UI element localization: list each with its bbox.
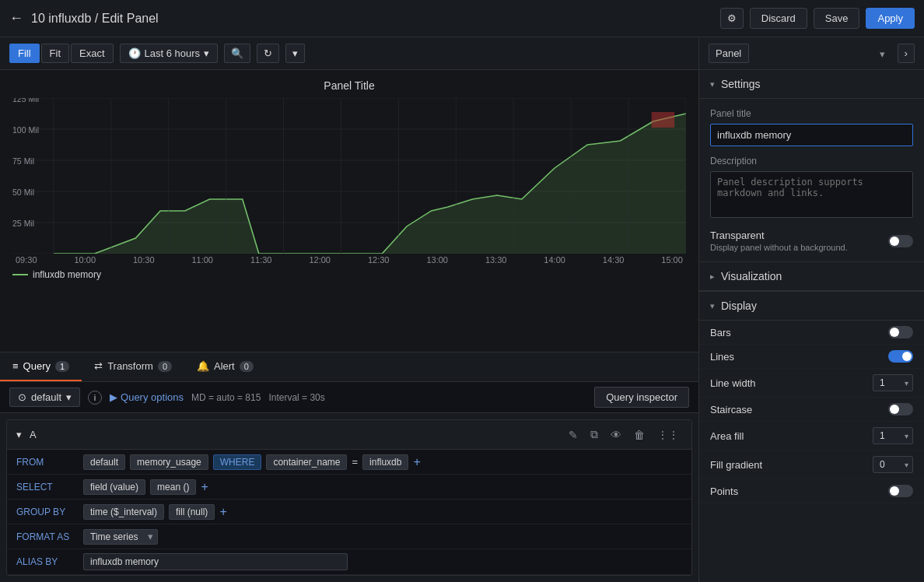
datasource-label: default	[31, 391, 61, 403]
md-label: MD = auto = 815	[191, 392, 261, 403]
tab-transform[interactable]: ⇄ Transform 0	[82, 352, 184, 381]
fit-button[interactable]: Fit	[41, 44, 69, 63]
main-layout: Fill Fit Exact 🕐 Last 6 hours ▾ 🔍 ↻ ▾ Pa…	[0, 37, 924, 582]
interval-label: Interval = 30s	[268, 392, 324, 403]
panel-type-bar: Panel ›	[699, 37, 924, 70]
tab-query[interactable]: ≡ Query 1	[0, 352, 82, 381]
zoom-out-button[interactable]: 🔍	[224, 44, 250, 63]
from-db-pill[interactable]: default	[83, 454, 125, 470]
description-label: Description	[710, 156, 913, 167]
area-fill-select[interactable]: 1 0 2	[873, 427, 913, 444]
panel-title-input[interactable]	[710, 124, 913, 146]
discard-button[interactable]: Discard	[750, 8, 807, 29]
lines-row: Lines	[699, 345, 924, 369]
save-button[interactable]: Save	[814, 8, 860, 29]
svg-text:75 Mil: 75 Mil	[12, 157, 34, 166]
x-label: 11:00	[191, 255, 213, 265]
svg-marker-11	[54, 114, 686, 254]
query-options-bar: ⊙ default ▾ i ▶ Query options MD = auto …	[0, 382, 698, 413]
format-select-wrap: Time series Table	[83, 529, 158, 545]
delete-query-button[interactable]: 🗑	[631, 426, 648, 443]
tab-alert[interactable]: 🔔 Alert 0	[184, 352, 266, 381]
group-by-label: GROUP BY	[16, 507, 79, 517]
fill-button[interactable]: Fill	[9, 44, 40, 63]
line-width-row: Line width 1 2 3	[699, 369, 924, 398]
transparent-toggle[interactable]	[888, 235, 913, 247]
tab-transform-label: Transform	[107, 360, 153, 372]
description-textarea[interactable]	[710, 171, 913, 218]
refresh-button[interactable]: ↻	[257, 44, 279, 63]
query-options-label: Query options	[121, 391, 184, 403]
format-select[interactable]: Time series Table	[83, 529, 158, 545]
bars-row: Bars	[699, 321, 924, 345]
panel-type-select[interactable]: Panel	[709, 44, 749, 63]
transparent-label: Transparent	[710, 230, 848, 241]
datasource-select[interactable]: ⊙ default ▾	[9, 387, 80, 407]
query-section-label: A	[30, 429, 37, 440]
display-caret-icon	[710, 301, 715, 311]
svg-text:25 Mil: 25 Mil	[12, 219, 34, 228]
chart-legend: influxdb memory	[12, 269, 686, 280]
where-key-pill[interactable]: container_name	[266, 454, 347, 470]
chevron-down-icon: ▾	[204, 47, 209, 59]
from-measurement-pill[interactable]: memory_usage	[130, 454, 208, 470]
expand-icon: ▶	[110, 391, 117, 403]
chart-container: 125 Mil 100 Mil 75 Mil 50 Mil 25 Mil	[12, 98, 686, 254]
fill-gradient-select-wrap: 0 1	[873, 456, 913, 473]
bars-label: Bars	[710, 327, 888, 338]
alias-by-input[interactable]	[83, 553, 348, 570]
fill-gradient-select[interactable]: 0 1	[873, 456, 913, 473]
line-width-select[interactable]: 1 2 3	[873, 374, 913, 391]
datasource-icon: ⊙	[18, 391, 26, 403]
query-inspector-button[interactable]: Query inspector	[594, 387, 689, 408]
points-row: Points	[699, 479, 924, 503]
drag-handle[interactable]: ⋮⋮	[654, 426, 682, 443]
where-value-pill[interactable]: influxdb	[362, 454, 408, 470]
settings-icon-button[interactable]: ⚙	[720, 8, 744, 29]
svg-rect-12	[652, 112, 675, 128]
legend-label: influxdb memory	[33, 269, 101, 280]
toggle-visibility-button[interactable]: 👁	[607, 426, 625, 443]
x-label: 14:00	[544, 255, 565, 265]
copy-query-button[interactable]: ⧉	[587, 426, 601, 443]
expand-panel-button[interactable]: ›	[898, 44, 915, 63]
chart-title: Panel Title	[12, 79, 686, 92]
lines-toggle[interactable]	[888, 350, 913, 363]
display-section-header[interactable]: Display	[699, 292, 924, 321]
lines-label: Lines	[710, 351, 888, 363]
fill-fit-buttons: Fill Fit Exact	[9, 44, 114, 63]
settings-section-header[interactable]: Settings	[699, 70, 924, 99]
add-select-button[interactable]: +	[201, 480, 208, 494]
chart-svg: 125 Mil 100 Mil 75 Mil 50 Mil 25 Mil	[12, 98, 686, 254]
visualization-section: Visualization	[699, 262, 924, 292]
add-where-button[interactable]: +	[413, 455, 420, 469]
staircase-toggle[interactable]	[888, 403, 913, 415]
bars-toggle[interactable]	[888, 326, 913, 338]
alias-by-label: ALIAS BY	[16, 556, 79, 567]
group-fill-pill[interactable]: fill (null)	[169, 504, 215, 520]
info-icon[interactable]: i	[88, 391, 102, 405]
exact-button[interactable]: Exact	[71, 44, 114, 63]
edit-query-button[interactable]: ✎	[565, 426, 581, 443]
select-func-pill[interactable]: mean ()	[150, 479, 196, 495]
collapse-icon[interactable]: ▾	[16, 429, 22, 440]
group-time-pill[interactable]: time ($_interval)	[83, 504, 164, 520]
line-width-label: Line width	[710, 377, 873, 389]
time-range-button[interactable]: 🕐 Last 6 hours ▾	[120, 44, 219, 63]
where-operator: =	[352, 456, 358, 468]
fill-gradient-label: Fill gradient	[710, 459, 873, 471]
select-row: SELECT field (value) mean () +	[7, 475, 691, 500]
visualization-section-title: Visualization	[721, 270, 782, 282]
add-group-button[interactable]: +	[219, 505, 226, 519]
query-options-link[interactable]: ▶ Query options	[110, 391, 184, 403]
apply-button[interactable]: Apply	[866, 8, 915, 29]
transform-count-badge: 0	[158, 361, 172, 372]
select-field-pill[interactable]: field (value)	[83, 479, 145, 495]
visualization-section-header[interactable]: Visualization	[699, 262, 924, 291]
visualization-caret-icon	[710, 272, 715, 282]
from-label: FROM	[16, 457, 79, 468]
back-button[interactable]: ←	[9, 10, 23, 26]
more-options-button[interactable]: ▾	[285, 44, 305, 63]
transparent-row: Transparent Display panel without a back…	[710, 230, 913, 252]
points-toggle[interactable]	[888, 485, 913, 497]
